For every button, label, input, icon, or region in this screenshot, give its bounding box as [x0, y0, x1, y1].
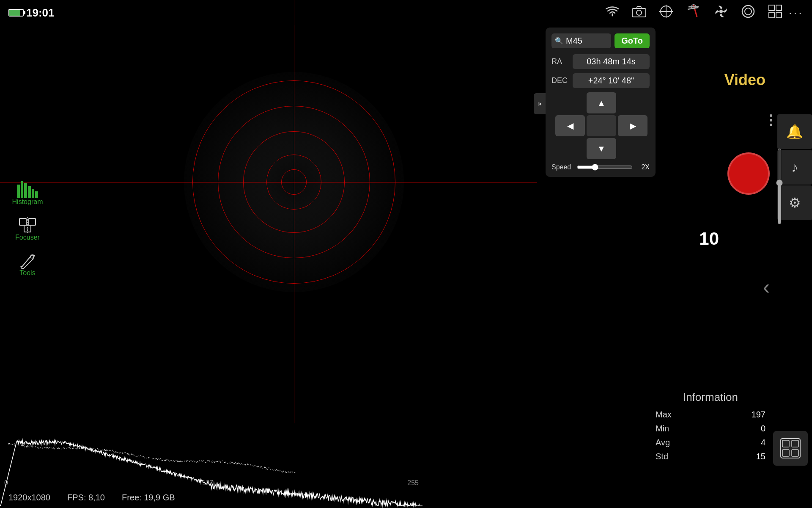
- svg-rect-16: [19, 218, 26, 225]
- nav-center: [587, 115, 616, 136]
- info-min-label: Min: [656, 424, 669, 433]
- tools-label: Tools: [19, 269, 35, 277]
- fan-icon[interactable]: [714, 4, 728, 22]
- camera-icon[interactable]: [632, 6, 646, 20]
- svg-text:+: +: [26, 226, 29, 231]
- telescope-icon[interactable]: [686, 3, 701, 22]
- speed-value: 2X: [637, 163, 650, 171]
- dec-label: DEC: [551, 76, 573, 85]
- info-max-label: Max: [656, 410, 672, 420]
- info-std-row: Std 15: [656, 452, 765, 461]
- search-input[interactable]: [566, 36, 608, 46]
- nav-empty-3: [555, 138, 585, 159]
- time-display: 19:01: [26, 6, 55, 19]
- dec-row: DEC +24° 10' 48": [551, 73, 650, 88]
- x-axis-left: 0: [4, 479, 8, 487]
- nav-right-button[interactable]: ▶: [618, 115, 647, 136]
- battery-fill: [9, 10, 20, 16]
- speed-label: Speed: [551, 163, 573, 171]
- resolution-display: 1920x1080: [8, 493, 50, 502]
- nav-empty-2: [618, 92, 647, 113]
- sidebar-item-focuser[interactable]: + Focuser: [4, 213, 51, 245]
- speed-slider[interactable]: [577, 164, 633, 171]
- svg-point-1: [636, 10, 642, 15]
- nav-empty-4: [618, 138, 647, 159]
- x-axis-mid: 127: [202, 479, 214, 487]
- info-min-value: 0: [761, 424, 765, 433]
- svg-rect-15: [776, 12, 782, 18]
- x-axis-right: 255: [407, 479, 419, 487]
- right-panel: » 🔍 GoTo RA 03h 48m 14s DEC +24° 10' 48"…: [537, 0, 812, 508]
- histogram-label: Histogram: [12, 198, 43, 206]
- svg-rect-13: [776, 5, 782, 11]
- number-display: 10: [699, 229, 719, 249]
- speed-row: Speed 2X: [551, 163, 650, 171]
- info-max-value: 197: [752, 410, 765, 420]
- collapse-button[interactable]: »: [534, 93, 546, 114]
- svg-rect-23: [782, 440, 789, 447]
- battery-icon: [8, 9, 24, 17]
- info-max-row: Max 197: [656, 410, 765, 420]
- dec-value: +24° 10' 48": [573, 73, 650, 88]
- wifi-icon: [606, 5, 619, 21]
- filter-icon[interactable]: [741, 4, 755, 22]
- focuser-label: Focuser: [15, 234, 40, 241]
- histogram-icon: [17, 181, 38, 198]
- info-title: Information: [656, 391, 765, 404]
- three-dots: [770, 114, 772, 126]
- dot-1: [770, 114, 772, 117]
- x-axis-labels: 0 127 255: [0, 479, 423, 487]
- crosshair-horizontal: [0, 182, 537, 182]
- svg-rect-14: [769, 12, 774, 18]
- info-avg-row: Avg 4: [656, 438, 765, 447]
- video-label: Video: [724, 71, 765, 89]
- dot-3: [770, 124, 772, 126]
- info-std-value: 15: [756, 452, 765, 461]
- record-area: [727, 152, 770, 195]
- nav-down-button[interactable]: ▼: [587, 138, 616, 159]
- svg-rect-24: [792, 440, 798, 447]
- focuser-icon: +: [18, 217, 37, 234]
- more-options-icon[interactable]: ···: [789, 6, 804, 19]
- search-row: 🔍 GoTo: [551, 33, 650, 48]
- info-min-row: Min 0: [656, 424, 765, 433]
- svg-rect-17: [29, 218, 36, 225]
- tools-icon: [18, 252, 37, 269]
- nav-arrows: ▲ ◀ ▶ ▼: [555, 92, 646, 159]
- goto-button[interactable]: GoTo: [614, 33, 650, 48]
- bottom-status: 1920x1080 FPS: 8,10 Free: 19,9 GB: [0, 487, 184, 508]
- status-bar: 19:01: [0, 0, 812, 25]
- nav-empty-1: [555, 92, 585, 113]
- svg-rect-26: [792, 450, 798, 456]
- svg-rect-22: [781, 439, 800, 458]
- svg-point-11: [745, 8, 752, 15]
- crosshair-icon[interactable]: [659, 4, 673, 22]
- info-avg-value: 4: [761, 438, 765, 447]
- svg-point-9: [719, 10, 723, 13]
- grid-icon[interactable]: [768, 4, 782, 22]
- sidebar-item-tools[interactable]: Tools: [4, 249, 51, 280]
- ra-row: RA 03h 48m 14s: [551, 54, 650, 69]
- info-avg-label: Avg: [656, 438, 670, 447]
- sidebar-item-histogram[interactable]: Histogram: [4, 178, 51, 209]
- info-panel: Information Max 197 Min 0 Avg 4 Std 15: [656, 391, 765, 466]
- ra-value: 03h 48m 14s: [573, 54, 650, 69]
- brightness-slider[interactable]: [773, 148, 786, 224]
- svg-rect-25: [782, 450, 789, 456]
- fps-display: FPS: 8,10: [67, 493, 105, 502]
- svg-point-10: [742, 6, 754, 17]
- nav-left-button[interactable]: ◀: [555, 115, 585, 136]
- bell-button[interactable]: 🔔: [777, 114, 812, 149]
- gallery-button[interactable]: [773, 431, 808, 466]
- left-sidebar: Histogram + Focuser Tools: [0, 25, 55, 284]
- record-button[interactable]: [727, 152, 770, 195]
- nav-up-button[interactable]: ▲: [587, 92, 616, 113]
- search-wrapper: 🔍: [551, 33, 611, 48]
- control-panel: » 🔍 GoTo RA 03h 48m 14s DEC +24° 10' 48"…: [546, 28, 656, 177]
- back-arrow[interactable]: ‹: [763, 275, 770, 298]
- right-slider-area: [773, 148, 786, 233]
- gallery-icon: [780, 438, 801, 459]
- dot-2: [770, 119, 772, 121]
- info-std-label: Std: [656, 452, 668, 461]
- svg-rect-12: [769, 5, 774, 11]
